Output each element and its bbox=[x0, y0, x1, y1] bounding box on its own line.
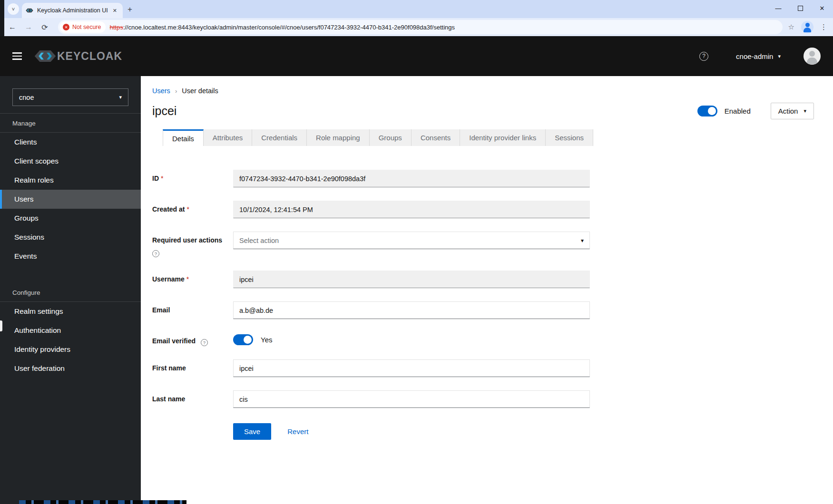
tab-groups[interactable]: Groups bbox=[370, 129, 412, 146]
nav-section-manage: Manage bbox=[0, 114, 141, 131]
help-icon[interactable]: ? bbox=[201, 339, 208, 346]
form-actions: Save Revert bbox=[233, 423, 814, 440]
first-name-field[interactable] bbox=[233, 359, 590, 377]
created-at-label: Created at* bbox=[152, 201, 233, 218]
url-scheme: https bbox=[109, 24, 123, 31]
required-user-actions-select[interactable]: Select action ▾ bbox=[233, 232, 590, 249]
tab-attributes[interactable]: Attributes bbox=[204, 129, 252, 146]
url-text: https://cnoe.localtest.me:8443/keycloak/… bbox=[109, 24, 455, 31]
revert-link[interactable]: Revert bbox=[287, 427, 308, 436]
help-icon[interactable]: ? bbox=[152, 250, 159, 257]
chevron-right-icon: › bbox=[175, 87, 177, 95]
tab-credentials[interactable]: Credentials bbox=[252, 129, 307, 146]
chevron-down-icon: ▾ bbox=[119, 95, 122, 100]
sidebar-item-groups[interactable]: Groups bbox=[0, 209, 141, 228]
window-edge-artifact bbox=[0, 0, 4, 36]
action-dropdown-label: Action bbox=[778, 107, 798, 115]
action-dropdown-button[interactable]: Action ▾ bbox=[771, 103, 814, 119]
reload-icon[interactable]: ⟳ bbox=[38, 20, 51, 34]
masthead-right: ? cnoe-admin ▾ bbox=[699, 48, 821, 65]
form-row-email-verified: Email verified ? Yes bbox=[152, 332, 814, 346]
help-icon[interactable]: ? bbox=[699, 52, 708, 61]
forward-icon[interactable]: → bbox=[22, 20, 35, 34]
enabled-label: Enabled bbox=[725, 107, 751, 115]
brand-text: KEYCLOAK bbox=[57, 50, 122, 63]
sidebar-item-user-federation[interactable]: User federation bbox=[0, 359, 141, 378]
sidebar-item-identity-providers[interactable]: Identity providers bbox=[0, 340, 141, 359]
keycloak-favicon bbox=[26, 7, 33, 14]
realm-selector[interactable]: cnoe ▾ bbox=[12, 88, 128, 106]
save-button[interactable]: Save bbox=[233, 423, 271, 440]
new-tab-button[interactable]: + bbox=[127, 5, 132, 14]
avatar[interactable] bbox=[804, 48, 821, 65]
email-verified-label: Email verified ? bbox=[152, 332, 233, 346]
tab-role-mapping[interactable]: Role mapping bbox=[307, 129, 370, 146]
bookmark-star-icon[interactable]: ☆ bbox=[788, 23, 794, 31]
sidebar-item-events[interactable]: Events bbox=[0, 247, 141, 266]
sidebar-item-authentication[interactable]: Authentication bbox=[0, 321, 141, 340]
tab-sessions[interactable]: Sessions bbox=[546, 129, 593, 146]
url-rest: ://cnoe.localtest.me:8443/keycloak/admin… bbox=[123, 24, 455, 31]
user-details-form: ID* Created at* Required user actions ? … bbox=[152, 170, 814, 440]
window-maximize-button[interactable] bbox=[789, 0, 811, 16]
tab-identity-provider-links[interactable]: Identity provider links bbox=[460, 129, 546, 146]
keycloak-logo-icon bbox=[34, 49, 56, 63]
sidebar: cnoe ▾ Manage Clients Client scopes Real… bbox=[0, 76, 141, 504]
email-field[interactable] bbox=[233, 301, 590, 319]
required-asterisk: * bbox=[186, 205, 189, 213]
tab-consents[interactable]: Consents bbox=[412, 129, 460, 146]
sidebar-item-realm-roles[interactable]: Realm roles bbox=[0, 171, 141, 190]
browser-profile-avatar[interactable] bbox=[801, 21, 813, 33]
tab-search-button[interactable]: ˅ bbox=[8, 3, 19, 15]
chevron-down-icon: ▾ bbox=[778, 54, 781, 59]
address-bar[interactable]: ✕ Not secure https://cnoe.localtest.me:8… bbox=[58, 20, 783, 34]
sidebar-notch-artifact bbox=[0, 320, 2, 331]
breadcrumb: Users › User details bbox=[152, 87, 814, 95]
enabled-toggle[interactable] bbox=[697, 106, 717, 116]
nav-section-configure: Configure bbox=[0, 283, 141, 300]
window-minimize-button[interactable]: — bbox=[767, 0, 789, 16]
sidebar-item-clients[interactable]: Clients bbox=[0, 133, 141, 152]
not-secure-label: Not secure bbox=[72, 24, 101, 30]
tab-bar: Details Attributes Credentials Role mapp… bbox=[163, 129, 814, 146]
first-name-label: First name bbox=[152, 359, 233, 377]
chevron-down-icon: ▾ bbox=[804, 108, 806, 114]
sidebar-item-realm-settings[interactable]: Realm settings bbox=[0, 302, 141, 321]
required-asterisk: * bbox=[161, 174, 163, 182]
form-row-last-name: Last name bbox=[152, 390, 814, 408]
browser-toolbar: ← → ⟳ ✕ Not secure https://cnoe.localtes… bbox=[0, 18, 833, 36]
form-row-id: ID* bbox=[152, 170, 814, 187]
chevron-down-icon: ˅ bbox=[12, 6, 15, 12]
id-label: ID* bbox=[152, 170, 233, 187]
tab-details[interactable]: Details bbox=[163, 129, 204, 146]
bottom-status-artifact bbox=[19, 500, 186, 504]
breadcrumb-users-link[interactable]: Users bbox=[152, 87, 170, 95]
back-icon[interactable]: ← bbox=[6, 20, 19, 34]
required-asterisk: * bbox=[186, 275, 189, 283]
sidebar-item-client-scopes[interactable]: Client scopes bbox=[0, 152, 141, 171]
page-title: ipcei bbox=[152, 104, 176, 118]
browser-tab-strip: ˅ Keycloak Administration UI ✕ + — ✕ bbox=[0, 0, 833, 18]
username-field bbox=[233, 271, 590, 288]
not-secure-badge[interactable]: ✕ Not secure bbox=[60, 21, 106, 33]
tab-close-icon[interactable]: ✕ bbox=[111, 7, 119, 15]
browser-menu-icon[interactable]: ⋮ bbox=[820, 23, 827, 31]
sidebar-item-users[interactable]: Users bbox=[0, 190, 141, 209]
maximize-icon bbox=[798, 6, 803, 11]
sidebar-item-sessions[interactable]: Sessions bbox=[0, 228, 141, 247]
user-menu[interactable]: cnoe-admin ▾ bbox=[736, 52, 781, 60]
last-name-field[interactable] bbox=[233, 390, 590, 408]
browser-tab[interactable]: Keycloak Administration UI ✕ bbox=[22, 3, 123, 18]
tab-title: Keycloak Administration UI bbox=[37, 7, 111, 14]
email-verified-state: Yes bbox=[261, 336, 272, 344]
form-row-required-user-actions: Required user actions ? Select action ▾ bbox=[152, 232, 814, 257]
main-content: Users › User details ipcei Enabled Actio… bbox=[141, 76, 833, 504]
window-controls: — ✕ bbox=[767, 0, 833, 16]
window-close-button[interactable]: ✕ bbox=[811, 0, 833, 16]
email-label: Email bbox=[152, 301, 233, 319]
nav-toggle-hamburger-icon[interactable] bbox=[12, 52, 22, 60]
chevron-down-icon: ▾ bbox=[581, 238, 584, 243]
title-row: ipcei Enabled Action ▾ bbox=[152, 103, 814, 119]
breadcrumb-current: User details bbox=[182, 87, 218, 95]
email-verified-toggle[interactable] bbox=[233, 334, 253, 345]
